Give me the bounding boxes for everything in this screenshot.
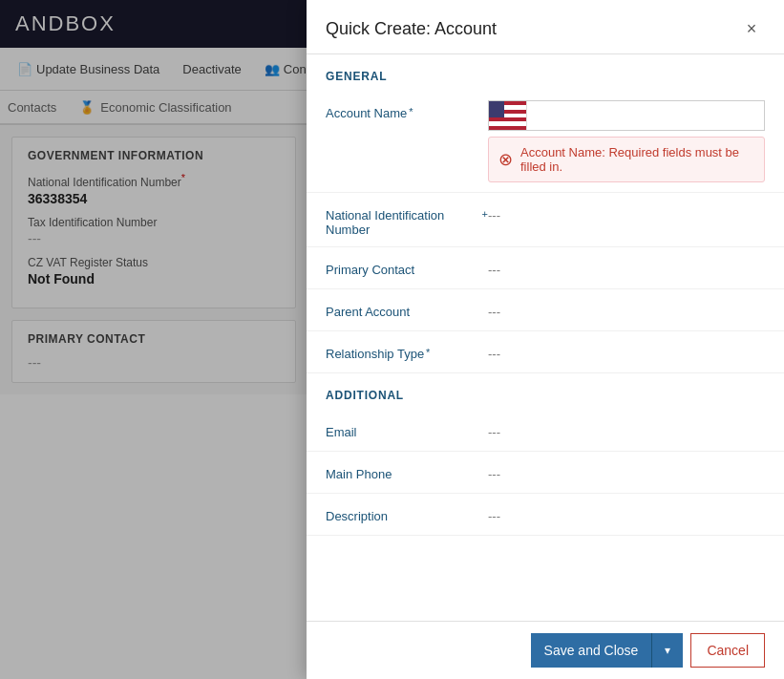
account-name-input-wrapper <box>488 100 765 131</box>
modal-header: Quick Create: Account × <box>307 0 784 54</box>
relationship-type-form-value: --- <box>488 341 765 361</box>
national-id-form-value: --- <box>488 202 765 223</box>
main-phone-label: Main Phone <box>326 461 488 481</box>
flag-icon <box>489 101 527 130</box>
primary-contact-label: Primary Contact <box>326 257 488 277</box>
relationship-type-label: Relationship Type * <box>326 341 488 361</box>
error-icon: ⊗ <box>498 149 513 170</box>
save-dropdown-button[interactable]: ▾ <box>652 633 683 668</box>
account-name-label: Account Name * <box>326 100 488 120</box>
description-label: Description <box>326 503 488 523</box>
cancel-button[interactable]: Cancel <box>690 633 765 668</box>
primary-contact-control: --- <box>488 257 765 277</box>
email-label: Email <box>326 419 488 439</box>
dropdown-icon: ▾ <box>665 644 670 657</box>
error-banner: ⊗ Account Name: Required fields must be … <box>488 137 765 182</box>
modal-footer: Save and Close ▾ Cancel <box>307 621 784 679</box>
parent-account-row: Parent Account --- <box>307 289 784 331</box>
relationship-type-row: Relationship Type * --- <box>307 331 784 373</box>
description-form-value: --- <box>488 503 765 523</box>
additional-section-title: ADDITIONAL <box>307 373 784 410</box>
description-control: --- <box>488 503 765 523</box>
relationship-type-control: --- <box>488 341 765 361</box>
description-row: Description --- <box>307 494 784 536</box>
email-row: Email --- <box>307 410 784 452</box>
quick-create-modal: Quick Create: Account × GENERAL Account … <box>307 0 784 679</box>
parent-account-control: --- <box>488 299 765 319</box>
national-id-control: --- <box>488 202 765 223</box>
email-form-value: --- <box>488 419 765 439</box>
close-button[interactable]: × <box>738 15 765 42</box>
parent-account-form-value: --- <box>488 299 765 319</box>
primary-contact-row: Primary Contact --- <box>307 247 784 289</box>
save-and-close-button[interactable]: Save and Close <box>531 633 653 668</box>
main-phone-control: --- <box>488 461 765 481</box>
main-phone-form-value: --- <box>488 461 765 481</box>
account-name-control: ⊗ Account Name: Required fields must be … <box>488 100 765 182</box>
main-phone-row: Main Phone --- <box>307 452 784 494</box>
general-section-title: GENERAL <box>307 54 784 91</box>
national-id-label: National Identification Number + <box>326 202 488 237</box>
email-control: --- <box>488 419 765 439</box>
modal-body: GENERAL Account Name * ⊗ Account Name: R… <box>307 54 784 621</box>
primary-contact-form-value: --- <box>488 257 765 277</box>
error-text: Account Name: Required fields must be fi… <box>520 145 754 174</box>
save-close-group: Save and Close ▾ <box>531 633 684 668</box>
national-id-row: National Identification Number + --- <box>307 193 784 247</box>
modal-title: Quick Create: Account <box>326 19 497 39</box>
account-name-input[interactable] <box>527 101 764 130</box>
account-name-row: Account Name * ⊗ Account Name: Required … <box>307 91 784 193</box>
parent-account-label: Parent Account <box>326 299 488 319</box>
